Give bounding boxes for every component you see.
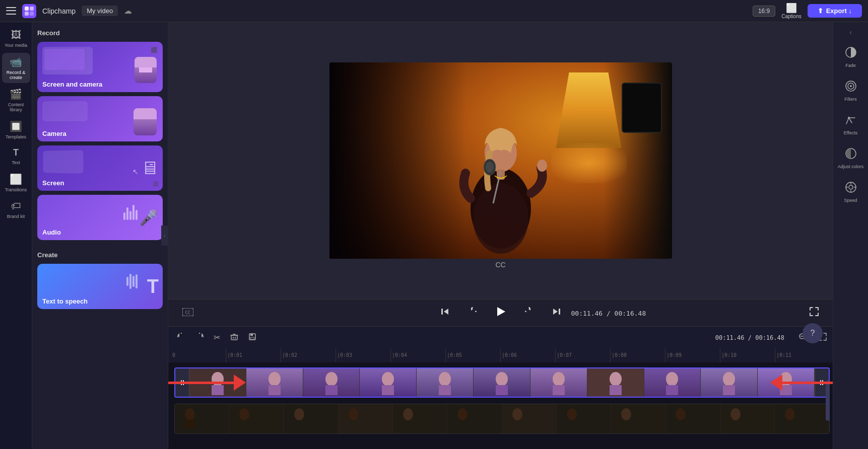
undo-button[interactable] [174, 331, 188, 345]
delete-button[interactable] [227, 331, 241, 345]
brand-kit-icon: 🏷 [11, 200, 21, 212]
track-pause-left: ⏸ [175, 368, 189, 397]
create-section-label: Create [37, 251, 163, 259]
video-track-2[interactable] [174, 404, 830, 434]
text-icon: T [13, 147, 19, 158]
text-to-speech-card[interactable]: Text to speech T [37, 264, 163, 309]
fade-tool[interactable]: Fade [836, 42, 866, 72]
dark-frame-12 [775, 404, 829, 433]
fullscreen-button[interactable] [806, 305, 823, 321]
filters-tool[interactable]: Filters [836, 76, 866, 106]
svg-rect-47 [496, 385, 508, 395]
dark-frame-2 [229, 404, 284, 433]
right-panel-collapse[interactable]: ‹ [849, 28, 852, 36]
timeline-timecode: 00:11.46 / 00:16.48 [715, 334, 784, 341]
export-button[interactable]: ⬆ Export ↓ [808, 4, 862, 18]
svg-rect-43 [382, 385, 394, 395]
rewind-button[interactable] [463, 305, 481, 321]
screen-and-camera-label: Screen and camera [42, 81, 102, 88]
effects-label: Effects [844, 130, 857, 135]
panel-collapse-button[interactable]: ‹ [161, 226, 168, 246]
captions-button[interactable]: ⬜ Captions [781, 3, 801, 19]
film-frame-1 [189, 368, 246, 397]
svg-point-78 [849, 185, 853, 189]
playback-timecode: 00:11.46 / 00:16.48 [571, 309, 646, 317]
tts-label: Text to speech [42, 297, 88, 305]
camera-card[interactable]: Camera [37, 96, 163, 141]
left-panel: Record Screen and camera ⬛ Camera [32, 22, 168, 449]
content-library-icon: 🎬 [10, 88, 22, 100]
transitions-icon: ⬜ [10, 173, 22, 185]
svg-point-67 [621, 408, 631, 420]
cut-button[interactable]: ✂ [211, 331, 223, 344]
speed-tool[interactable]: Speed [836, 177, 866, 207]
ruler-mark-6: |0:06 [500, 348, 555, 362]
svg-point-42 [382, 372, 394, 386]
sidebar-item-label: Brand kit [7, 214, 25, 219]
go-to-end-button[interactable] [548, 305, 565, 321]
dark-frame-9 [611, 404, 665, 433]
app-logo [22, 4, 36, 18]
save-button[interactable] [245, 331, 259, 345]
forward-button[interactable] [521, 305, 538, 321]
ruler-mark-3: |0:03 [336, 348, 390, 362]
record-create-icon: 📹 [10, 56, 22, 68]
svg-point-63 [403, 408, 413, 420]
svg-rect-15 [441, 309, 443, 315]
adjust-colors-label: Adjust colors [838, 164, 864, 169]
effects-icon [845, 114, 857, 128]
sidebar-item-content-library[interactable]: 🎬 Content library [2, 85, 30, 115]
svg-point-11 [537, 160, 547, 172]
sidebar-item-record-create[interactable]: 📹 Record & create [2, 53, 30, 83]
sidebar-item-your-media[interactable]: 🖼 Your media [2, 26, 30, 51]
ruler-mark-2: |0:02 [281, 348, 336, 362]
svg-rect-53 [666, 385, 678, 395]
svg-point-64 [457, 408, 468, 420]
svg-point-70 [785, 408, 795, 420]
sidebar-item-text[interactable]: T Text [2, 144, 30, 168]
film-frame-10 [701, 368, 758, 397]
sidebar-item-label: Content library [4, 102, 28, 112]
help-button[interactable]: ? [803, 323, 823, 343]
video-title[interactable]: My video [82, 6, 118, 16]
video-track[interactable]: ⏸ [174, 367, 830, 398]
adjust-colors-tool[interactable]: Adjust colors [836, 143, 866, 173]
effects-tool[interactable]: Effects [836, 110, 866, 139]
record-section-label: Record [37, 29, 163, 37]
timeline-scrollbar[interactable] [826, 381, 830, 421]
play-button[interactable] [491, 304, 511, 323]
captions-btn[interactable]: CC [178, 306, 197, 320]
film-frame-2 [246, 368, 303, 397]
record-cards: Screen and camera ⬛ Camera [37, 42, 163, 240]
camera-label: Camera [42, 130, 66, 137]
audio-card[interactable]: Audio 🎤 [37, 195, 163, 240]
svg-point-66 [567, 408, 577, 420]
dark-frame-6 [447, 404, 502, 433]
menu-button[interactable] [6, 6, 16, 16]
svg-point-61 [294, 408, 304, 420]
dark-frame-1 [175, 404, 229, 433]
adjust-colors-icon [845, 147, 857, 162]
sidebar-icons: 🖼 Your media 📹 Record & create 🎬 Content… [0, 22, 32, 449]
sidebar-item-templates[interactable]: 🔲 Templates [2, 117, 30, 142]
redo-button[interactable] [192, 331, 207, 345]
export-icon: ⬆ [818, 7, 823, 15]
create-section: Create Text to speech T [37, 249, 163, 309]
sidebar-item-transitions[interactable]: ⬜ Transitions [2, 170, 30, 195]
go-to-start-button[interactable] [436, 305, 453, 321]
svg-rect-28 [250, 337, 254, 339]
track-row-2 [168, 401, 833, 437]
svg-marker-17 [497, 307, 505, 316]
dark-frame-8 [557, 404, 611, 433]
svg-rect-27 [250, 334, 253, 336]
right-panel: ‹ Fade Filters [833, 22, 868, 449]
svg-point-52 [666, 372, 678, 386]
screen-card[interactable]: Screen 🖥 ⬛ ↖ [37, 145, 163, 191]
screen-and-camera-card[interactable]: Screen and camera ⬛ [37, 42, 163, 92]
aspect-ratio-button[interactable]: 16:9 [753, 6, 775, 17]
sidebar-item-brand-kit[interactable]: 🏷 Brand kit [2, 197, 30, 222]
sidebar-item-label: Your media [5, 43, 27, 48]
captions-toggle[interactable]: CC [495, 261, 505, 269]
svg-point-58 [185, 408, 195, 420]
ruler-mark-10: |0:10 [720, 348, 775, 362]
